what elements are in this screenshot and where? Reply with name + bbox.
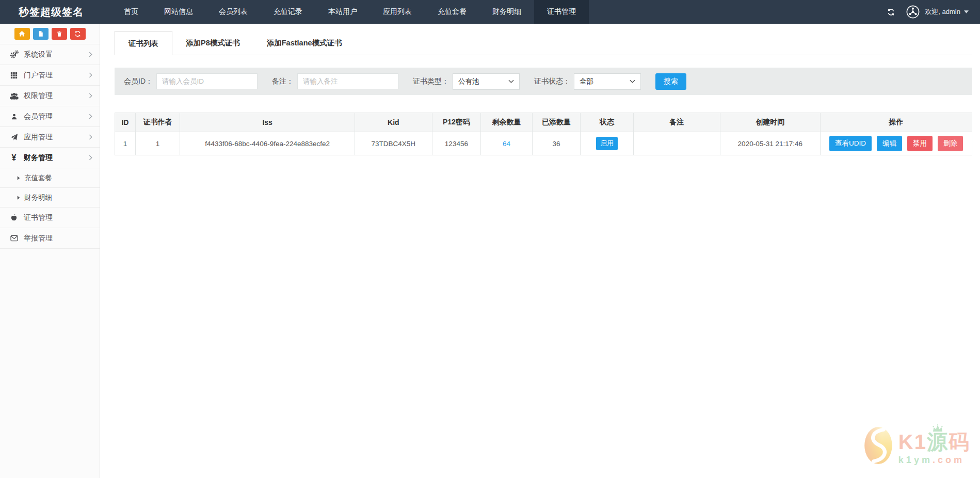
cell: 2020-05-31 21:17:46 <box>720 132 820 155</box>
table-body: 11f4433f06-68bc-4406-9fea-224e883ecfe273… <box>115 132 972 155</box>
sidebar-subitem-label: 财务明细 <box>24 193 52 202</box>
sidebar-item[interactable]: ¥财务管理 <box>0 148 100 168</box>
sidebar-item-label: 应用管理 <box>24 133 89 142</box>
sidebar-item-label: 举报管理 <box>24 234 92 243</box>
sidebar-item[interactable]: 系统设置 <box>0 44 100 65</box>
caret-down-icon[interactable] <box>964 10 969 13</box>
table-header-row: ID证书作者IssKidP12密码剩余数量已添数量状态备注创建时间操作 <box>115 113 972 132</box>
column-header: Iss <box>180 113 355 132</box>
column-header: P12密码 <box>432 113 481 132</box>
trash-button[interactable] <box>52 28 67 40</box>
tab[interactable]: 证书列表 <box>115 31 172 55</box>
cell <box>633 132 720 155</box>
action-button[interactable]: 编辑 <box>877 136 902 151</box>
filter-panel: 会员ID： 备注： 证书类型： 公有池 证书状态： 全部 <box>115 68 972 95</box>
chevron-right-icon <box>89 52 92 57</box>
column-header: 已添数量 <box>532 113 580 132</box>
column-header: 剩余数量 <box>481 113 533 132</box>
nav-item[interactable]: 首页 <box>111 0 151 24</box>
nav-item[interactable]: 财务明细 <box>479 0 534 24</box>
sidebar-item[interactable]: 权限管理 <box>0 86 100 106</box>
action-button[interactable]: 禁用 <box>907 136 933 151</box>
cell: 36 <box>532 132 580 155</box>
cell: 123456 <box>432 132 481 155</box>
column-header: 状态 <box>580 113 633 132</box>
caret-right-icon <box>17 196 20 200</box>
sidebar-item[interactable]: 会员管理 <box>0 106 100 127</box>
caret-right-icon <box>17 176 20 180</box>
tab[interactable]: 添加Fastlane模式证书 <box>253 31 356 55</box>
nav-item[interactable]: 充值记录 <box>261 0 315 24</box>
cell: 1 <box>135 132 180 155</box>
search-button[interactable]: 搜索 <box>655 73 686 90</box>
cert-type-value: 公有池 <box>458 77 479 86</box>
table-row: 11f4433f06-68bc-4406-9fea-224e883ecfe273… <box>115 132 972 155</box>
chevron-down-icon <box>508 79 514 83</box>
egg-logo-icon <box>863 426 893 465</box>
sidebar-subitem[interactable]: 财务明细 <box>0 188 100 208</box>
home-icon <box>19 30 25 37</box>
sidebar-subitem[interactable]: 充值套餐 <box>0 168 100 188</box>
column-header: 备注 <box>633 113 720 132</box>
site-watermark: K1源码 k1ym.com <box>863 425 970 466</box>
nav-item[interactable]: 本站用户 <box>315 0 370 24</box>
welcome-text[interactable]: 欢迎, admin <box>925 7 960 17</box>
column-header: 创建时间 <box>720 113 820 132</box>
recycle-button[interactable] <box>70 28 86 40</box>
sidebar-item-label: 系统设置 <box>24 50 89 59</box>
chevron-down-icon <box>630 79 635 83</box>
tab[interactable]: 添加P8模式证书 <box>172 31 253 55</box>
cell: 73TDBC4X5H <box>355 132 432 155</box>
cert-status-select[interactable]: 全部 <box>574 73 641 90</box>
column-header: Kid <box>355 113 432 132</box>
refresh-icon[interactable] <box>887 8 895 16</box>
sidebar-item[interactable]: 证书管理 <box>0 208 100 228</box>
actions-cell: 查看UDID编辑禁用删除 <box>820 132 972 155</box>
apple-icon <box>8 214 20 221</box>
file-button[interactable] <box>33 28 49 40</box>
watermark-domain: k1ym.com <box>898 455 970 466</box>
chevron-right-icon <box>89 134 92 140</box>
sidebar-item[interactable]: 门户管理 <box>0 65 100 86</box>
chevron-right-icon <box>89 72 92 78</box>
cell: f4433f06-68bc-4406-9fea-224e883ecfe2 <box>180 132 355 155</box>
avatar-icon[interactable] <box>906 5 920 19</box>
cert-type-label: 证书类型： <box>413 77 449 86</box>
nav-item[interactable]: 网站信息 <box>151 0 206 24</box>
remaining-count[interactable]: 64 <box>503 140 510 148</box>
status-badge: 启用 <box>596 137 618 150</box>
paper-plane-icon <box>8 133 20 141</box>
sidebar-item[interactable]: 举报管理 <box>0 228 100 249</box>
chevron-right-icon <box>89 93 92 99</box>
column-header: 证书作者 <box>135 113 180 132</box>
sidebar: 系统设置门户管理权限管理会员管理应用管理¥财务管理充值套餐财务明细证书管理举报管… <box>0 24 100 478</box>
column-header: 操作 <box>820 113 972 132</box>
sidebar-item-label: 财务管理 <box>24 153 89 163</box>
navbar-menu: 首页网站信息会员列表充值记录本站用户应用列表充值套餐财务明细证书管理 <box>111 0 589 24</box>
action-button[interactable]: 查看UDID <box>829 136 872 151</box>
remark-input[interactable] <box>297 73 398 89</box>
home-button[interactable] <box>14 28 30 40</box>
users-icon <box>8 92 20 100</box>
action-button[interactable]: 删除 <box>938 136 963 151</box>
remaining-count-cell: 64 <box>481 132 533 155</box>
yen-icon: ¥ <box>8 154 20 162</box>
tabs: 证书列表添加P8模式证书添加Fastlane模式证书 <box>115 31 972 55</box>
cert-status-label: 证书状态： <box>534 77 570 86</box>
nav-item[interactable]: 应用列表 <box>370 0 425 24</box>
nav-item[interactable]: 充值套餐 <box>425 0 479 24</box>
sidebar-item[interactable]: 应用管理 <box>0 127 100 148</box>
cell: 1 <box>115 132 136 155</box>
trash-icon <box>56 30 62 37</box>
certificates-table: ID证书作者IssKidP12密码剩余数量已添数量状态备注创建时间操作 11f4… <box>115 113 972 155</box>
main-content: 证书列表添加P8模式证书添加Fastlane模式证书 会员ID： 备注： 证书类… <box>100 24 980 478</box>
envelope-icon <box>8 235 20 242</box>
sidebar-menu: 系统设置门户管理权限管理会员管理应用管理¥财务管理充值套餐财务明细证书管理举报管… <box>0 44 100 249</box>
nav-item[interactable]: 会员列表 <box>206 0 261 24</box>
sidebar-item-label: 证书管理 <box>24 213 92 222</box>
cert-status-value: 全部 <box>580 77 593 86</box>
cert-type-select[interactable]: 公有池 <box>453 73 520 90</box>
chevron-right-icon <box>89 114 92 119</box>
member-id-input[interactable] <box>156 73 258 89</box>
nav-item[interactable]: 证书管理 <box>534 0 589 24</box>
